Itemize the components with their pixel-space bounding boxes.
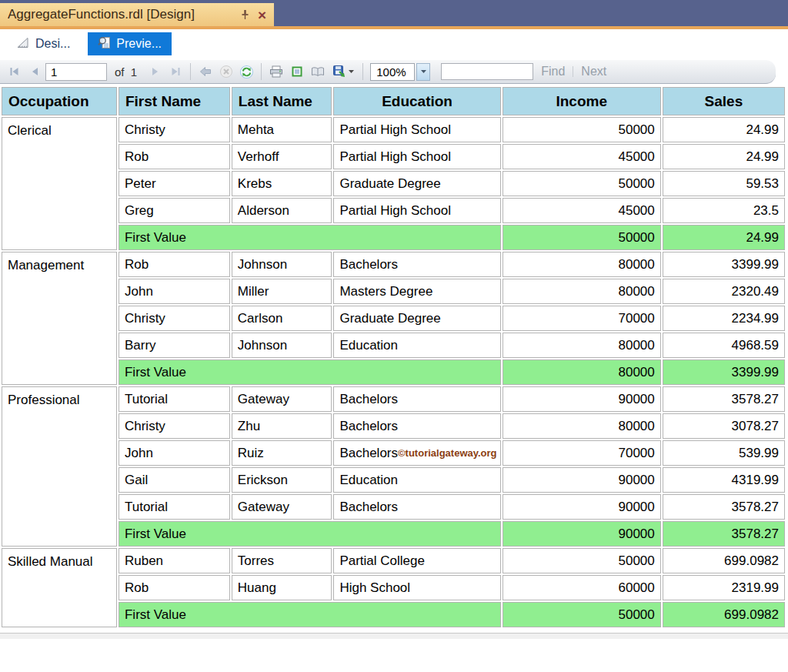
column-header: Occupation — [2, 87, 117, 115]
first-name-cell: Tutorial — [119, 386, 230, 412]
sales-cell: 2319.99 — [663, 575, 785, 600]
printer-icon — [269, 65, 283, 78]
tab-preview[interactable]: Previe... — [88, 32, 172, 55]
sales-cell: 3078.27 — [663, 413, 785, 439]
last-name-cell: Johnson — [232, 333, 332, 358]
page-setup-button[interactable] — [307, 62, 328, 82]
first-value-income: 50000 — [503, 225, 661, 250]
income-cell: 50000 — [503, 171, 661, 196]
income-cell: 45000 — [503, 144, 661, 169]
column-header: Income — [503, 87, 661, 115]
window-bottom-edge — [0, 633, 788, 639]
table-row: GailEricksonEducation900004319.99 — [2, 467, 785, 493]
sales-cell: 24.99 — [663, 144, 785, 169]
income-cell: 70000 — [503, 306, 661, 331]
income-cell: 80000 — [503, 413, 661, 439]
find-next-button[interactable]: Next — [581, 65, 606, 79]
first-value-sales: 3578.27 — [663, 521, 785, 547]
income-cell: 50000 — [503, 117, 661, 142]
zoom-caret-icon — [421, 70, 426, 73]
first-name-cell: Greg — [119, 198, 230, 223]
first-value-label: First Value — [119, 359, 501, 385]
first-value-sales: 24.99 — [663, 225, 785, 250]
education-cell: Bachelors — [333, 386, 500, 412]
last-name-cell: Johnson — [232, 252, 332, 277]
first-name-cell: Gail — [119, 467, 230, 493]
first-name-cell: Barry — [119, 333, 230, 358]
print-button[interactable] — [265, 62, 286, 82]
find-button[interactable]: Find — [541, 65, 565, 79]
last-name-cell: Gateway — [232, 494, 332, 520]
view-tab-bar: Desi... Previe... — [0, 29, 788, 55]
stop-button[interactable] — [215, 62, 236, 82]
last-page-button[interactable] — [165, 62, 186, 82]
table-row: ManagementRobJohnsonBachelors800003399.9… — [2, 252, 785, 277]
print-layout-icon — [291, 65, 303, 78]
first-page-button[interactable] — [4, 62, 25, 82]
first-value-income: 80000 — [503, 359, 661, 385]
sales-cell: 4319.99 — [663, 467, 785, 493]
back-button[interactable] — [195, 62, 215, 82]
first-value-row: First Value5000024.99 — [2, 225, 785, 250]
sales-cell: 3578.27 — [663, 494, 785, 520]
design-ruler-icon — [16, 37, 30, 52]
column-header: Sales — [663, 87, 785, 115]
table-row: GregAldersonPartial High School4500023.5 — [2, 198, 785, 223]
close-icon[interactable]: × — [258, 8, 266, 22]
last-name-cell: Huang — [232, 575, 332, 600]
column-header: First Name — [119, 87, 230, 115]
income-cell: 70000 — [503, 440, 661, 466]
find-input[interactable] — [441, 63, 533, 80]
table-row: Skilled ManualRubenTorresPartial College… — [2, 548, 785, 573]
table-row: RobVerhoffPartial High School4500024.99 — [2, 144, 785, 169]
first-value-label: First Value — [119, 521, 501, 547]
education-cell: Partial High School — [333, 117, 500, 142]
document-tab[interactable]: AggregateFunctions.rdl [Design] × — [0, 3, 274, 26]
first-value-income: 90000 — [503, 521, 661, 547]
sales-cell: 24.99 — [663, 117, 785, 142]
income-cell: 50000 — [503, 548, 661, 573]
previous-page-button[interactable] — [25, 62, 45, 82]
education-cell: High School — [333, 575, 500, 600]
refresh-button[interactable] — [236, 62, 257, 82]
last-name-cell: Verhoff — [232, 144, 332, 169]
toolbar-separator — [261, 63, 262, 80]
occupation-group-cell: Clerical — [2, 117, 117, 250]
report-table: OccupationFirst NameLast NameEducationIn… — [0, 85, 786, 629]
first-value-label: First Value — [119, 602, 501, 627]
first-value-row: First Value50000699.0982 — [2, 602, 785, 627]
sales-cell: 3399.99 — [663, 252, 785, 277]
page-number-input[interactable] — [45, 63, 107, 81]
first-name-cell: Rob — [119, 575, 230, 600]
education-cell: Education — [333, 467, 500, 493]
tab-design[interactable]: Desi... — [6, 32, 80, 55]
table-row: PeterKrebsGraduate Degree5000059.53 — [2, 171, 785, 196]
export-button[interactable] — [328, 62, 359, 82]
first-name-cell: Ruben — [119, 548, 230, 573]
zoom-select[interactable]: 100% — [370, 63, 430, 81]
income-cell: 80000 — [503, 252, 661, 277]
header-row: OccupationFirst NameLast NameEducationIn… — [2, 87, 785, 115]
first-name-cell: Rob — [119, 252, 230, 277]
last-name-cell: Torres — [232, 548, 332, 573]
first-value-row: First Value900003578.27 — [2, 521, 785, 547]
income-cell: 90000 — [503, 467, 661, 493]
sales-cell: 699.0982 — [663, 548, 785, 573]
first-name-cell: Christy — [119, 413, 230, 439]
last-name-cell: Alderson — [232, 198, 332, 223]
refresh-icon — [239, 65, 254, 79]
table-row: ClericalChristyMehtaPartial High School5… — [2, 117, 785, 142]
table-row: TutorialGatewayBachelors900003578.27 — [2, 494, 785, 520]
zoom-dropdown-button[interactable] — [416, 63, 430, 81]
zoom-value: 100% — [370, 63, 415, 81]
income-cell: 80000 — [503, 333, 661, 358]
education-cell: Bachelors — [333, 413, 500, 439]
pin-icon[interactable] — [240, 9, 250, 20]
income-cell: 90000 — [503, 494, 661, 520]
document-tab-strip: AggregateFunctions.rdl [Design] × — [0, 0, 788, 26]
table-row: ChristyZhuBachelors800003078.27 — [2, 413, 785, 439]
site-watermark: ©tutorialgateway.org — [398, 447, 497, 459]
next-page-button[interactable] — [145, 62, 165, 82]
last-name-cell: Mehta — [232, 117, 332, 142]
print-layout-button[interactable] — [286, 62, 307, 82]
